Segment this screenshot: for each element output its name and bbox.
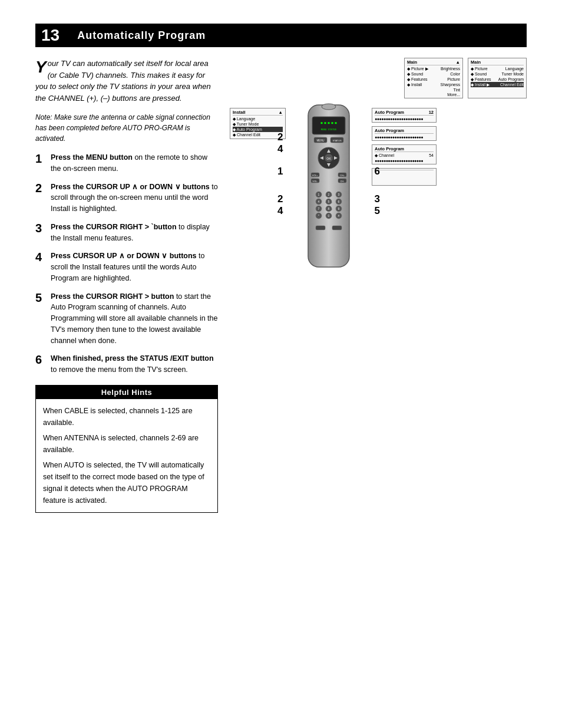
svg-text:VOL-: VOL- <box>312 180 318 183</box>
svg-text:4: 4 <box>318 200 320 203</box>
page-title: Automatically Program <box>65 24 527 47</box>
step-6-text: When finished, press the STATUS /EXIT bu… <box>51 353 218 375</box>
step-5-number: 5 <box>35 291 46 304</box>
helpful-hints-box: Helpful Hints When CABLE is selected, ch… <box>35 385 218 513</box>
step-1-text: Press the MENU button on the remote to s… <box>51 152 218 174</box>
svg-text:7: 7 <box>318 207 320 210</box>
label-1: 1 <box>277 166 283 177</box>
auto-program-screens: Auto Program 12 ●●●●●●●●●●●●●●●●●●●●●● A… <box>372 108 527 275</box>
svg-text:6: 6 <box>338 200 340 203</box>
auto-program-screen-3: Auto Program ◆ Channel 54 ●●●●●●●●●●●●●●… <box>372 144 437 164</box>
svg-text:#: # <box>338 214 340 218</box>
top-menu-screens: Main ▲ ◆ Picture ▶Brightness ◆ SoundColo… <box>230 58 527 98</box>
hint-2: When ANTENNA is selected, channels 2-69 … <box>43 432 210 456</box>
label-2: 2 <box>277 131 283 143</box>
auto-program-screen-done <box>372 168 437 186</box>
drop-cap: Y <box>35 59 47 75</box>
page-header: 13 Automatically Program <box>35 24 527 47</box>
svg-rect-2 <box>312 117 345 134</box>
svg-point-1 <box>322 104 336 110</box>
label-6: 6 <box>375 166 380 177</box>
step-2-text: Press the CURSOR UP ∧ or DOWN ∨ buttons … <box>51 182 218 215</box>
svg-text:1: 1 <box>318 193 320 196</box>
step-2-number: 2 <box>35 182 46 195</box>
step-4-text: Press CURSOR UP ∧ or DOWN ∨ buttons to s… <box>51 251 218 284</box>
svg-text:MENU: MENU <box>316 139 324 142</box>
svg-text:■ ■ ■ ■ ■: ■ ■ ■ ■ ■ <box>320 121 336 124</box>
svg-text:0: 0 <box>328 214 330 218</box>
svg-text:2: 2 <box>328 193 330 196</box>
page: 13 Automatically Program Your TV can aut… <box>0 0 562 728</box>
svg-text:5: 5 <box>328 200 330 203</box>
step-5: 5 Press the CURSOR RIGHT > button to sta… <box>35 291 218 347</box>
step-5-text: Press the CURSOR RIGHT > button to start… <box>51 291 218 347</box>
helpful-hints-title: Helpful Hints <box>36 386 217 399</box>
step-6-number: 6 <box>35 353 46 366</box>
remote-area: Install ▲ ◆ Language ◆ Tuner Mode ◆ Auto… <box>230 102 527 275</box>
step-1-number: 1 <box>35 152 46 165</box>
svg-text:CH-: CH- <box>340 180 345 183</box>
steps-list: 1 Press the MENU button on the remote to… <box>35 152 218 375</box>
label-5: 5 <box>375 205 380 217</box>
label-3: 3 <box>375 193 380 205</box>
menu-screen-main-install: Main ◆ PictureLanguage ◆ SoundTuner Mode… <box>468 58 527 98</box>
main-content: Your TV can automatically set itself for… <box>35 58 527 513</box>
helpful-hints-body: When CABLE is selected, channels 1-125 a… <box>36 399 217 512</box>
step-4: 4 Press CURSOR UP ∧ or DOWN ∨ buttons to… <box>35 251 218 284</box>
svg-text:8: 8 <box>328 207 330 210</box>
auto-program-screen-2: Auto Program ●●●●●●●●●●●●●●●●●●●●●● <box>372 126 437 141</box>
svg-text:3: 3 <box>338 193 340 196</box>
remote-illustration: 2 4 1 6 2 4 3 5 <box>290 102 367 275</box>
label-4b: 4 <box>277 205 283 217</box>
hint-3: When AUTO is selected, the TV will autom… <box>43 459 210 506</box>
hint-1: When CABLE is selected, channels 1-125 a… <box>43 405 210 429</box>
step-2: 2 Press the CURSOR UP ∧ or DOWN ∨ button… <box>35 182 218 215</box>
auto-program-screen-1: Auto Program 12 ●●●●●●●●●●●●●●●●●●●●●● <box>372 108 437 123</box>
svg-text:OK: OK <box>326 157 331 160</box>
menu-screen-main-picture: Main ▲ ◆ Picture ▶Brightness ◆ SoundColo… <box>404 58 463 98</box>
step-3: 3 Press the CURSOR RIGHT > `button to di… <box>35 222 218 244</box>
svg-text:VOL+: VOL+ <box>312 174 319 177</box>
step-3-number: 3 <box>35 222 46 235</box>
svg-text:9: 9 <box>338 207 340 210</box>
intro-paragraph: Your TV can automatically set itself for… <box>35 58 218 104</box>
step-4-number: 4 <box>35 251 46 263</box>
svg-text:STATUS: STATUS <box>332 139 342 142</box>
svg-text:*: * <box>318 214 319 218</box>
label-4-top: 4 <box>277 143 283 155</box>
label-2b: 2 <box>277 193 283 205</box>
page-number: 13 <box>35 24 65 47</box>
left-column: Your TV can automatically set itself for… <box>35 58 218 513</box>
step-6: 6 When finished, press the STATUS /EXIT … <box>35 353 218 375</box>
step-3-text: Press the CURSOR RIGHT > `button to disp… <box>51 222 218 244</box>
step-1: 1 Press the MENU button on the remote to… <box>35 152 218 174</box>
svg-rect-53 <box>332 226 342 230</box>
svg-text:CH+: CH+ <box>340 174 345 177</box>
note-paragraph: Note: Make sure the antenna or cable sig… <box>35 112 218 144</box>
remote-svg: ■ ■ ■ ■ ■ MENU STATUS MENU STATUS <box>290 102 367 273</box>
svg-text:MENU   STATUS: MENU STATUS <box>321 128 337 131</box>
svg-rect-52 <box>316 226 325 230</box>
right-column: Main ▲ ◆ Picture ▶Brightness ◆ SoundColo… <box>230 58 527 513</box>
